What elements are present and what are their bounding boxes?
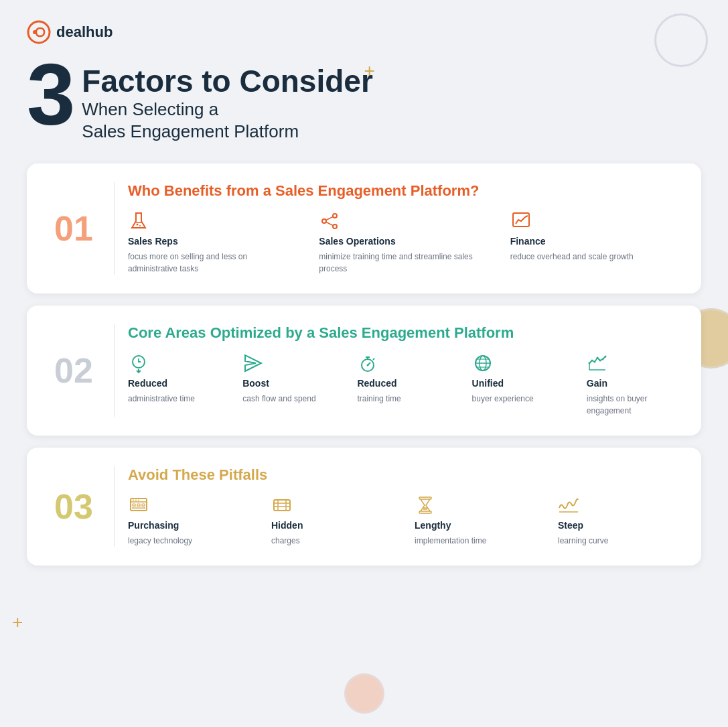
card-02-item-gain-insights: Gain insights on buyer engagement	[587, 352, 681, 417]
svg-point-49	[138, 500, 139, 501]
svg-point-8	[333, 224, 337, 228]
card-02-number: 02	[54, 353, 93, 388]
card-02-item3-desc: training time	[357, 393, 451, 405]
svg-rect-55	[419, 497, 431, 499]
hourglass-icon	[415, 494, 436, 516]
card-01-items: Sales Reps focus more on selling and les…	[128, 210, 681, 275]
globe-icon	[472, 352, 494, 374]
svg-point-4	[139, 225, 141, 226]
svg-point-19	[367, 365, 369, 367]
svg-rect-45	[142, 504, 145, 506]
send-icon	[242, 352, 264, 374]
svg-point-34	[588, 362, 590, 365]
card-03-item1-desc: legacy technology	[128, 535, 251, 547]
svg-line-9	[326, 217, 333, 220]
card-03-number: 03	[54, 489, 93, 524]
svg-rect-46	[133, 507, 145, 509]
title-sub: When Selecting a Sales Engagement Platfo…	[82, 98, 373, 144]
card-01-item3-desc: reduce overhead and scale growth	[510, 251, 681, 263]
card-03-item-lengthy-impl: Lengthy implementation time	[415, 494, 538, 547]
share-icon	[319, 210, 340, 232]
card-02-items: Reduced administrative time Boost cash f…	[128, 352, 681, 417]
card-03-item2-title: Hidden	[271, 520, 394, 531]
card-03: 03 Avoid These Pitfalls	[27, 448, 701, 566]
card-02-item-reduced-admin: Reduced administrative time	[128, 352, 222, 417]
card-01-item1-desc: focus more on selling and less on admini…	[128, 251, 299, 275]
svg-point-6	[333, 214, 337, 218]
stopwatch-icon	[357, 352, 378, 374]
svg-point-39	[601, 358, 603, 360]
svg-point-37	[596, 357, 598, 359]
svg-line-20	[373, 358, 374, 360]
logo-text: dealhub	[56, 23, 113, 41]
card-01-number: 01	[54, 211, 93, 246]
card-02-item4-desc: buyer experience	[472, 393, 567, 405]
card-01-item2-desc: minimize training time and streamline sa…	[319, 251, 490, 275]
card-02-item2-desc: cash flow and spend	[242, 393, 337, 405]
card-02-item1-desc: administrative time	[128, 393, 222, 405]
card-03-item1-title: Purchasing	[128, 520, 251, 531]
svg-point-35	[591, 360, 593, 362]
card-02-item-boost-cash: Boost cash flow and spend	[242, 352, 337, 417]
svg-point-47	[133, 500, 134, 501]
card-03-item-hidden-charges: Hidden charges	[271, 494, 394, 547]
logo-area: dealhub	[27, 20, 701, 44]
card-01-item2-title: Sales Operations	[319, 236, 490, 247]
svg-point-38	[599, 360, 601, 362]
title-section: 3 Factors to Consider When Selecting a S…	[27, 58, 701, 143]
card-03-item3-desc: implementation time	[415, 535, 538, 547]
card-02-item-unified-buyer: Unified buyer experience	[472, 352, 567, 417]
card-03-title: Avoid These Pitfalls	[128, 466, 681, 484]
card-02-item-reduced-training: Reduced training time	[357, 352, 451, 417]
svg-point-40	[604, 356, 606, 358]
decoration-plus-left: +	[12, 612, 23, 633]
title-main: Factors to Consider	[82, 64, 373, 98]
card-01-item-finance: Finance reduce overhead and scale growth	[510, 210, 681, 275]
card-03-item-legacy-tech: Purchasing legacy technology	[128, 494, 251, 547]
svg-point-48	[135, 500, 137, 501]
card-02-item2-title: Boost	[242, 378, 337, 389]
card-03-item4-title: Steep	[558, 520, 681, 531]
card-02-item5-title: Gain	[587, 378, 681, 389]
svg-marker-14	[245, 355, 261, 371]
card-01-item3-title: Finance	[510, 236, 681, 247]
clock-down-icon	[128, 352, 149, 374]
svg-rect-56	[419, 511, 431, 513]
dealhub-logo-icon	[27, 20, 51, 44]
card-02-title: Core Areas Optimized by a Sales Engageme…	[128, 324, 681, 342]
card-01-title: Who Benefits from a Sales Engagement Pla…	[128, 182, 681, 200]
svg-rect-43	[133, 504, 135, 506]
card-03-item-steep-learning: Steep learning curve	[558, 494, 681, 547]
card-01-item-sales-reps: Sales Reps focus more on selling and les…	[128, 210, 299, 275]
title-text-area: Factors to Consider When Selecting a Sal…	[82, 58, 373, 143]
chart-icon	[510, 210, 532, 232]
decoration-circle-bottom	[344, 673, 384, 714]
card-01-item-sales-ops: Sales Operations minimize training time …	[319, 210, 490, 275]
svg-point-0	[28, 21, 50, 43]
wave-icon	[558, 494, 579, 516]
hidden-charges-icon	[271, 494, 293, 516]
flask-icon	[128, 210, 149, 232]
legacy-icon	[128, 494, 149, 516]
card-02-item4-title: Unified	[472, 378, 567, 389]
svg-point-1	[33, 30, 37, 34]
svg-point-7	[322, 219, 326, 223]
title-number: 3	[27, 51, 75, 138]
card-02-item1-title: Reduced	[128, 378, 222, 389]
insight-icon	[587, 352, 608, 374]
svg-line-10	[326, 222, 333, 226]
svg-rect-44	[137, 504, 140, 506]
svg-rect-11	[513, 213, 529, 226]
card-03-item3-title: Lengthy	[415, 520, 538, 531]
card-02-item5-desc: insights on buyer engagement	[587, 393, 681, 417]
card-03-item4-desc: learning curve	[558, 535, 681, 547]
card-03-items: Purchasing legacy technology Hidden	[128, 494, 681, 547]
svg-rect-50	[274, 500, 290, 511]
card-01: 01 Who Benefits from a Sales Engagement …	[27, 163, 701, 293]
card-01-item1-title: Sales Reps	[128, 236, 299, 247]
card-02-item3-title: Reduced	[357, 378, 451, 389]
svg-point-3	[137, 224, 139, 226]
svg-point-36	[593, 361, 595, 363]
card-03-item2-desc: charges	[271, 535, 394, 547]
card-02: 02 Core Areas Optimized by a Sales Engag…	[27, 306, 701, 436]
